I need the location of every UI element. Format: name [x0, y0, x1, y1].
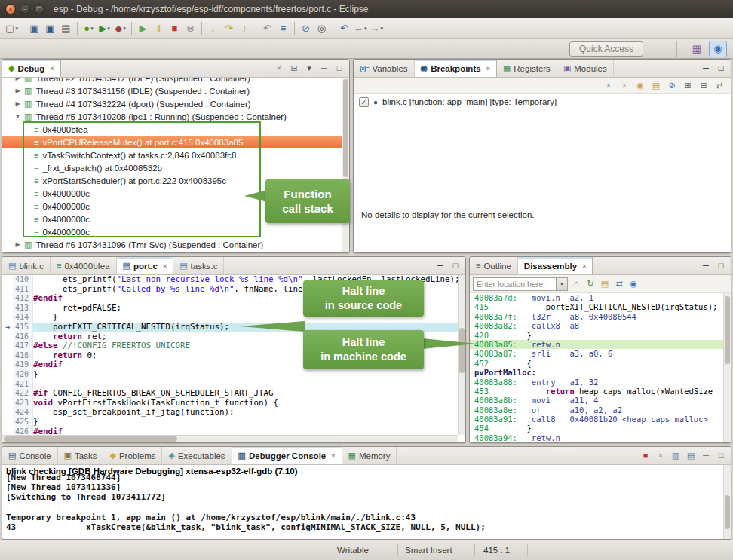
go-to-breakpoint-file-icon[interactable]: ▤ [651, 81, 661, 90]
debug-perspective-button[interactable]: ◉ [709, 41, 727, 57]
console-maximize-icon[interactable]: □ [716, 451, 726, 460]
tab-debug[interactable]: ◈ Debug × [2, 60, 61, 77]
code-text[interactable]: } [33, 370, 458, 380]
display-selected-console-icon[interactable]: ▥ [670, 451, 681, 460]
disassembly-vertical-scrollbar[interactable] [723, 293, 731, 442]
close-icon[interactable]: × [50, 65, 54, 72]
thread-row[interactable]: ▶▥Thread #2 1073433412 (IDLE) (Suspended… [2, 78, 342, 84]
tab-0x4000bfea[interactable]: ≡0x4000bfea [51, 257, 117, 274]
tab-debugger-console[interactable]: ▥Debugger Console× [232, 447, 342, 464]
code-text[interactable]: } [33, 418, 458, 427]
skip-all-breakpoints-icon[interactable]: ⊘ [298, 20, 314, 37]
expand-icon[interactable]: ▶ [13, 78, 23, 81]
run-icon[interactable]: ▶▾ [97, 20, 112, 37]
step-into-icon[interactable]: ↓ [205, 20, 221, 37]
instruction-stepping-icon[interactable]: ≡ [275, 20, 291, 37]
step-over-icon[interactable]: ↷ [221, 20, 237, 37]
new-wizard-icon[interactable]: ▢▾ [4, 20, 20, 37]
collapse-all-icon[interactable]: ⊟ [289, 64, 299, 72]
minimize-icon[interactable]: ─ [435, 262, 446, 270]
maximize-icon[interactable]: □ [716, 64, 726, 72]
remove-breakpoint-icon[interactable]: × [603, 81, 614, 90]
tab-breakpoints[interactable]: ◉Breakpoints× [415, 60, 497, 77]
scrollbar-thumb[interactable] [725, 495, 730, 529]
resume-icon[interactable]: ▶ [135, 20, 151, 37]
remove-all-breakpoints-icon[interactable]: × [619, 81, 630, 90]
remove-launch-icon[interactable]: × [655, 451, 666, 460]
breakpoint-checkbox[interactable]: ✓ [359, 97, 369, 107]
expand-all-breakpoints-icon[interactable]: ⊞ [682, 81, 693, 90]
tab-executables[interactable]: ◈Executables [162, 447, 232, 464]
code-text[interactable]: void vPortFirstTaskHook(TaskFunction_t f… [33, 399, 458, 409]
terminate-icon[interactable]: ■ [167, 20, 182, 37]
minimize-icon[interactable]: ─ [701, 262, 711, 270]
console-vertical-scrollbar[interactable] [723, 465, 731, 539]
refresh-icon[interactable]: ↻ [585, 280, 596, 288]
expand-icon[interactable]: ▶ [13, 87, 23, 94]
scrollbar-thumb[interactable] [343, 79, 348, 177]
link-with-debug-view-icon[interactable]: ⇄ [714, 81, 725, 90]
maximize-icon[interactable]: □ [450, 262, 461, 270]
skip-all-breakpoints-view-icon[interactable]: ⊘ [667, 81, 677, 90]
editor-vertical-scrollbar[interactable] [458, 275, 465, 435]
quick-access[interactable]: Quick Access [569, 41, 643, 57]
collapse-all-breakpoints-icon[interactable]: ⊟ [698, 81, 709, 90]
tab-port-c[interactable]: ▤port.c× [117, 257, 174, 274]
console-body[interactable]: blink checking [GDB Hardware Debugging] … [2, 465, 723, 539]
scrollbar-thumb[interactable] [725, 296, 730, 364]
window-close-button[interactable]: × [5, 4, 16, 14]
code-text[interactable]: #endif [33, 427, 458, 436]
drop-to-frame-icon[interactable]: ↶ [259, 20, 275, 37]
last-edit-location-icon[interactable]: ↶ [336, 20, 352, 37]
save-all-icon[interactable]: ▣ [42, 20, 58, 37]
sync-with-active-context-icon[interactable]: ⇄ [614, 280, 624, 288]
remove-all-terminated-icon[interactable]: × [274, 64, 284, 72]
show-breakpoints-for-selection-icon[interactable]: ◉ [635, 81, 646, 90]
forward-icon[interactable]: →▾ [369, 20, 385, 37]
view-menu-icon[interactable]: ▾ [304, 64, 314, 72]
show-source-icon[interactable]: ▤ [600, 280, 610, 288]
thread-row[interactable]: ▶▥Thread #4 1073432224 (dport) (Suspende… [2, 97, 342, 110]
disconnect-icon[interactable]: ⊗ [182, 20, 198, 37]
tab-outline[interactable]: ≡Outline [470, 257, 518, 274]
tab-tasks-c[interactable]: ▤tasks.c [173, 257, 224, 274]
expand-icon[interactable]: ▶ [13, 241, 23, 248]
scrollbar-thumb[interactable] [459, 328, 465, 373]
debug-vertical-scrollbar[interactable] [342, 78, 349, 252]
close-icon[interactable]: × [331, 452, 335, 460]
maximize-icon[interactable]: □ [716, 262, 726, 270]
tab-registers[interactable]: ▦Registers [497, 60, 557, 77]
tab-variables[interactable]: (x)=Variables [354, 60, 415, 77]
minimize-icon[interactable]: ─ [701, 64, 711, 72]
cpp-perspective-button[interactable]: ▦ [688, 41, 706, 57]
minimize-icon[interactable]: ─ [319, 64, 330, 72]
debug-icon[interactable]: ●▾ [81, 20, 97, 37]
tab-memory[interactable]: ▦Memory [342, 447, 397, 464]
search-icon[interactable]: ◎ [314, 20, 330, 37]
collapse-icon[interactable]: ▼ [13, 113, 23, 120]
print-icon[interactable]: ▤ [58, 20, 74, 37]
location-combo[interactable]: Enter location here ▾ [473, 277, 568, 291]
window-maximize-button[interactable]: ▢ [34, 4, 44, 14]
code-text[interactable]: #if CONFIG_FREERTOS_BREAK_ON_SCHEDULER_S… [33, 389, 458, 399]
thread-row[interactable]: ▶▥Thread #6 1073431096 (Tmr Svc) (Suspen… [2, 238, 342, 251]
step-return-icon[interactable]: ↑ [237, 20, 253, 37]
editor-horizontal-scrollbar[interactable] [2, 435, 458, 442]
tab-console[interactable]: ▤Console [2, 447, 58, 464]
tab-problems[interactable]: ◆Problems [103, 447, 162, 464]
scrollbar-thumb[interactable] [4, 436, 177, 442]
close-icon[interactable]: × [163, 262, 167, 270]
maximize-icon[interactable]: □ [334, 64, 345, 72]
console-minimize-icon[interactable]: ─ [701, 451, 711, 460]
track-pc-icon[interactable]: ◉ [628, 280, 639, 288]
combo-dropdown-icon[interactable]: ▾ [556, 278, 567, 290]
external-tools-icon[interactable]: ◆▾ [112, 20, 128, 37]
thread-row[interactable]: ▶▥Thread #3 1073431156 (IDLE) (Suspended… [2, 84, 342, 97]
window-minimize-button[interactable]: – [20, 4, 30, 14]
open-console-icon[interactable]: ▤ [685, 451, 696, 460]
close-icon[interactable]: × [486, 65, 490, 72]
disassembly-content[interactable]: 40083a7d: movi.n a2, 1415 portEXIT_CRITI… [470, 293, 723, 442]
terminate-console-icon[interactable]: ■ [640, 451, 651, 460]
save-icon[interactable]: ▣ [26, 20, 42, 37]
tab-tasks[interactable]: ▣Tasks [58, 447, 104, 464]
